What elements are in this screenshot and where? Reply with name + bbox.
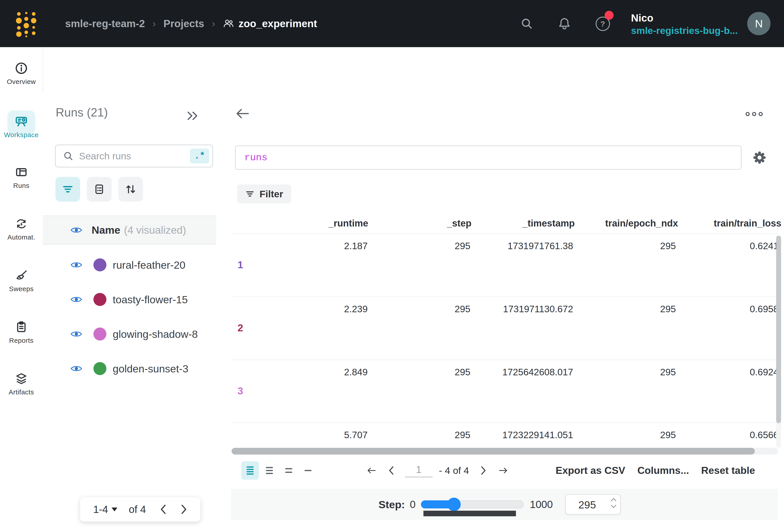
column-header[interactable]: train/train_loss [678,218,781,229]
columns-button[interactable]: Columns... [637,465,689,476]
next-page-button[interactable] [480,466,486,475]
table-row[interactable]: 2 2.239 295 1731971130.672 295 0.6958 [231,297,779,360]
avatar[interactable]: N [747,12,771,35]
horizontal-scrollbar[interactable] [231,448,778,454]
sidebar-item-reports[interactable]: Reports [0,320,43,344]
breadcrumb-project[interactable]: zoo_experiment [223,18,317,30]
runs-pagination-card: 1-4 of 4 [80,497,200,522]
run-row[interactable]: rural-feather-20 [43,248,216,282]
search-runs-input[interactable] [79,150,190,162]
run-row[interactable]: glowing-shadow-8 [43,317,216,351]
sidebar-item-runs[interactable]: Runs [0,166,43,190]
table-filter-button[interactable]: Filter [237,185,291,203]
last-page-button[interactable] [498,466,508,475]
collapse-panel-button[interactable] [186,110,199,122]
visibility-toggle[interactable] [71,296,82,304]
panel-query-input[interactable] [235,145,741,170]
visibility-toggle[interactable] [71,330,82,338]
sidebar-item-sweeps[interactable]: Sweeps [0,269,43,293]
row-height-xlarge-button[interactable] [299,461,317,480]
column-header[interactable]: _step [368,218,472,229]
first-page-button[interactable] [366,466,376,475]
run-color-dot [93,293,106,306]
user-menu[interactable]: Nico smle-registries-bug-b... [631,11,738,36]
sidebar-item-artifacts[interactable]: Artifacts [0,372,43,396]
visibility-toggle[interactable] [71,365,82,373]
table-row[interactable]: 3 2.849 295 1725642608.017 295 0.6924 [231,360,779,423]
runs-name-header: Name (4 visualized) [43,216,216,245]
breadcrumb-team[interactable]: smle-reg-team-2 [65,18,145,30]
row-index[interactable]: 2 [237,322,243,334]
row-height-medium-button[interactable] [261,461,278,480]
page-range-dropdown[interactable]: 1-4 [93,503,117,515]
caret-down-icon[interactable] [611,505,617,508]
help-button[interactable]: ? [596,17,610,30]
caret-up-icon[interactable] [611,498,617,502]
step-min-label: 0 [410,498,416,510]
page-number-input[interactable] [405,464,432,477]
user-name: Nico [631,11,738,25]
row-index[interactable]: 1 [237,259,243,271]
scrollbar-thumb[interactable] [776,236,781,423]
step-slider[interactable] [421,500,524,508]
table-footer: - 4 of 4 Export as CSV Columns... [216,460,784,481]
run-row[interactable]: toasty-flower-15 [43,282,216,317]
prev-page-button[interactable] [388,466,394,475]
runs-group-button[interactable] [87,177,112,202]
vertical-scrollbar[interactable] [776,236,781,448]
slider-thumb[interactable] [447,498,461,511]
column-header[interactable]: _timestamp [472,218,575,229]
runs-count-title: Runs (21) [56,106,108,119]
visibility-toggle[interactable] [71,261,82,269]
visibility-all-toggle[interactable] [71,226,82,234]
artifacts-layers-icon [15,372,28,385]
column-header[interactable]: _runtime [265,218,368,229]
table-overflow-menu[interactable] [745,111,763,117]
workspace-icon [15,114,28,128]
runs-filter-button[interactable] [55,177,80,202]
wandb-logo-icon[interactable] [15,11,37,38]
row-index[interactable]: 3 [237,385,243,397]
automations-icon [15,217,28,230]
cell-epoch-ndx: 295 [573,241,676,251]
sidebar-item-automations[interactable]: Automat. [0,217,43,241]
meatballs-icon [745,111,763,117]
eye-icon [71,261,82,269]
list-settings-icon [93,184,105,195]
run-name: glowing-shadow-8 [113,328,198,340]
row-height-large-button[interactable] [280,461,298,480]
step-value-input[interactable] [566,495,607,514]
eye-icon [71,226,82,234]
sidebar-item-workspace[interactable]: Workspace [0,114,43,139]
back-button[interactable] [235,107,249,120]
three-lines-icon [265,465,274,476]
runs-sidebar-panel: Runs (21) .* [43,92,217,532]
export-csv-button[interactable]: Export as CSV [556,465,625,476]
runs-sort-button[interactable] [118,177,143,202]
row-height-small-button[interactable] [241,461,259,480]
table-header-row: _runtime _step _timestamp train/epoch_nd… [231,213,779,234]
step-spinners [611,498,617,508]
run-name: golden-sunset-3 [113,363,188,375]
breadcrumb-projects[interactable]: Projects [163,18,204,30]
prev-page-button[interactable] [160,504,167,514]
cell-epoch-ndx: 295 [573,430,676,441]
reports-clipboard-icon [15,320,28,334]
breadcrumb-separator: › [152,18,156,29]
next-page-button[interactable] [180,504,187,514]
reset-table-button[interactable]: Reset table [701,465,755,476]
table-row[interactable]: 5.707 295 1723229141.051 295 0.6566 [231,423,779,448]
column-header[interactable]: train/epoch_ndx [575,218,678,229]
settings-button[interactable] [753,150,766,165]
gear-icon [753,150,766,165]
sidebar-item-overview[interactable]: Overview [0,62,43,86]
sidebar-label: Automat. [0,233,43,241]
cell-step: 295 [368,304,471,314]
table-pagination: - 4 of 4 [366,460,508,481]
table-row[interactable]: 1 2.187 295 1731971761.38 295 0.6241 [231,234,779,297]
search-icon[interactable] [520,17,533,30]
run-row[interactable]: golden-sunset-3 [43,351,216,386]
scrollbar-thumb[interactable] [232,448,755,454]
bell-icon[interactable] [558,17,571,30]
regex-toggle-button[interactable]: .* [190,148,209,163]
